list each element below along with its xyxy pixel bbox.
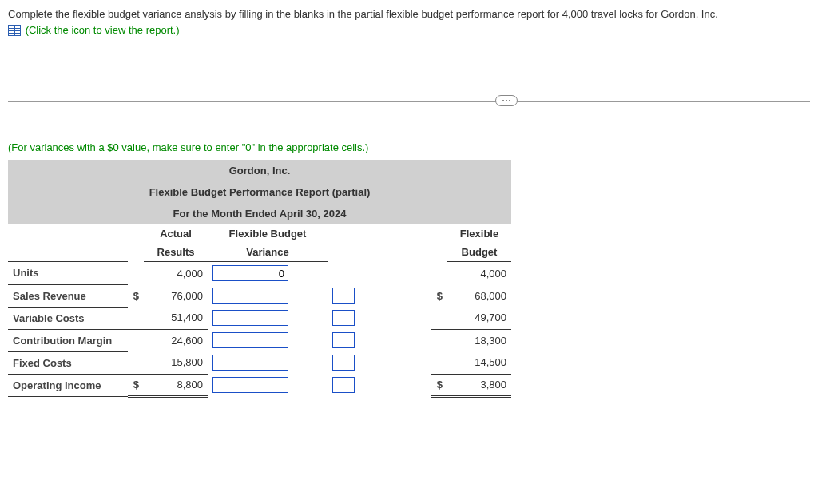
variance-cm-input[interactable] <box>212 332 288 348</box>
label-varcost: Variable Costs <box>8 307 128 329</box>
flex-opinc: 3,800 <box>447 374 511 396</box>
flex-fixed: 14,500 <box>447 351 511 374</box>
instruction-text: Complete the flexible budget variance an… <box>8 6 810 22</box>
row-fixed: Fixed Costs 15,800 14,500 <box>8 351 511 374</box>
col-actual-2: Results <box>144 243 208 262</box>
label-sales: Sales Revenue <box>8 284 128 307</box>
row-opinc: Operating Income $ 8,800 $ 3,800 <box>8 374 511 396</box>
variance-varcost-fu-input[interactable] <box>332 310 355 326</box>
variance-sales-fu-input[interactable] <box>332 288 355 304</box>
cur-opinc-actual: $ <box>128 374 144 396</box>
flex-varcost: 49,700 <box>447 307 511 329</box>
variance-note: (For variances with a $0 value, make sur… <box>8 141 810 153</box>
row-sales: Sales Revenue $ 76,000 $ 68,000 <box>8 284 511 307</box>
col-flex-2: Budget <box>447 243 511 262</box>
flex-cm: 18,300 <box>447 329 511 351</box>
variance-varcost-input[interactable] <box>212 310 288 326</box>
performance-report-table: Gordon, Inc. Flexible Budget Performance… <box>8 160 511 398</box>
label-cm: Contribution Margin <box>8 329 128 351</box>
cur-sales-flex: $ <box>431 284 447 307</box>
variance-opinc-fu-input[interactable] <box>332 377 355 393</box>
col-flex-1: Flexible <box>447 224 511 243</box>
actual-sales: 76,000 <box>144 284 208 307</box>
report-icon[interactable] <box>8 25 21 36</box>
variance-units-input[interactable] <box>212 265 288 281</box>
section-divider <box>8 93 810 109</box>
col-variance-2: Variance <box>208 243 328 262</box>
row-varcost: Variable Costs 51,400 49,700 <box>8 307 511 329</box>
report-title: Flexible Budget Performance Report (part… <box>8 181 511 203</box>
actual-fixed: 15,800 <box>144 351 208 374</box>
col-actual-1: Actual <box>144 224 208 243</box>
flex-sales: 68,000 <box>447 284 511 307</box>
report-period: For the Month Ended April 30, 2024 <box>8 203 511 224</box>
label-opinc: Operating Income <box>8 374 128 396</box>
label-units: Units <box>8 262 128 285</box>
actual-varcost: 51,400 <box>144 307 208 329</box>
flex-units: 4,000 <box>447 262 511 285</box>
actual-units: 4,000 <box>144 262 208 285</box>
variance-fixed-input[interactable] <box>212 355 288 371</box>
row-cm: Contribution Margin 24,600 18,300 <box>8 329 511 351</box>
variance-opinc-input[interactable] <box>212 377 288 393</box>
label-fixed: Fixed Costs <box>8 351 128 374</box>
actual-cm: 24,600 <box>144 329 208 351</box>
cur-opinc-flex: $ <box>431 374 447 396</box>
report-company: Gordon, Inc. <box>8 160 511 181</box>
actual-opinc: 8,800 <box>144 374 208 396</box>
variance-sales-input[interactable] <box>212 288 288 304</box>
row-units: Units 4,000 4,000 <box>8 262 511 285</box>
ellipsis-icon[interactable] <box>495 95 518 106</box>
variance-fixed-fu-input[interactable] <box>332 355 355 371</box>
col-variance-1: Flexible Budget <box>208 224 328 243</box>
variance-cm-fu-input[interactable] <box>332 332 355 348</box>
view-report-link[interactable]: (Click the icon to view the report.) <box>26 24 180 36</box>
cur-sales-actual: $ <box>128 284 144 307</box>
